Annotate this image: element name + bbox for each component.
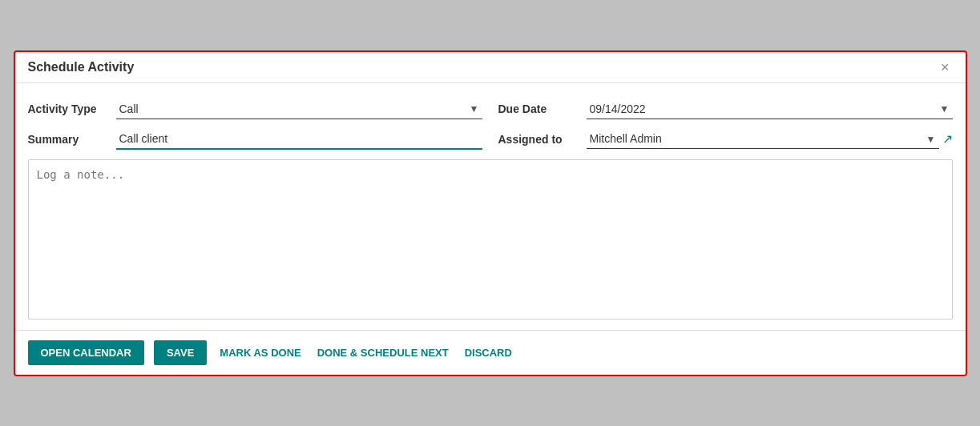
activity-type-wrapper: Call Email Meeting Todo ▼ (116, 99, 482, 119)
assigned-to-label: Assigned to (498, 133, 579, 146)
due-date-wrapper: ▼ (587, 99, 953, 119)
discard-button[interactable]: DISCARD (462, 340, 515, 365)
note-textarea[interactable] (28, 159, 953, 320)
close-button[interactable]: × (938, 60, 953, 74)
dialog-footer: OPEN CALENDAR SAVE MARK AS DONE DONE & S… (15, 330, 966, 375)
dialog-header: Schedule Activity × (15, 52, 966, 83)
form-row-2: Summary Assigned to Mitchell Admin ▼ ↗ (28, 129, 953, 150)
mark-as-done-button[interactable]: MARK AS DONE (216, 340, 304, 365)
summary-group: Summary (28, 129, 482, 150)
assigned-to-select-wrapper: Mitchell Admin ▼ (587, 129, 939, 149)
activity-type-label: Activity Type (28, 102, 108, 115)
assigned-to-wrapper: Mitchell Admin ▼ ↗ (587, 129, 953, 149)
schedule-activity-dialog: Schedule Activity × Activity Type Call E… (14, 50, 967, 376)
due-date-group: Due Date ▼ (498, 99, 953, 119)
done-schedule-next-button[interactable]: DONE & SCHEDULE NEXT (314, 340, 452, 365)
summary-label: Summary (28, 133, 108, 146)
assigned-to-select[interactable]: Mitchell Admin (587, 129, 939, 149)
due-date-input[interactable] (587, 99, 953, 119)
activity-type-group: Activity Type Call Email Meeting Todo ▼ (28, 99, 482, 119)
save-button[interactable]: SAVE (154, 340, 207, 365)
assigned-to-external-link-icon[interactable]: ↗ (942, 131, 953, 147)
summary-input[interactable] (116, 129, 482, 150)
assigned-to-group: Assigned to Mitchell Admin ▼ ↗ (498, 129, 953, 149)
due-date-label: Due Date (498, 102, 579, 115)
dialog-title: Schedule Activity (28, 60, 135, 74)
open-calendar-button[interactable]: OPEN CALENDAR (28, 340, 144, 365)
summary-wrapper (116, 129, 482, 150)
form-row-1: Activity Type Call Email Meeting Todo ▼ … (28, 99, 953, 119)
dialog-body: Activity Type Call Email Meeting Todo ▼ … (15, 83, 966, 330)
activity-type-select[interactable]: Call Email Meeting Todo (116, 99, 482, 119)
